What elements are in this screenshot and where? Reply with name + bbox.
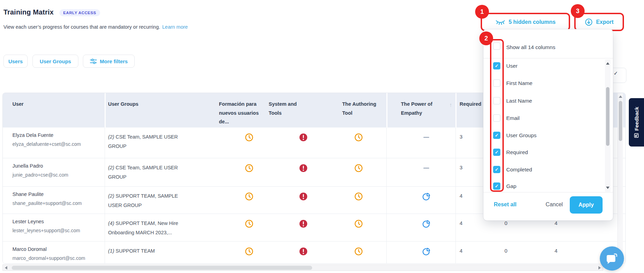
- course-status-cell[interactable]: [244, 246, 254, 256]
- user-name: Elyza Dela Fuente: [12, 132, 53, 138]
- export-label: Export: [596, 19, 614, 25]
- completed-value: 0: [504, 220, 507, 226]
- scroll-left-arrow-icon[interactable]: [5, 266, 7, 270]
- user-groups-cell: (4) SUPPORT TEAM, New Hire Onboarding MA…: [108, 219, 188, 237]
- user-name: Junella Padro: [12, 163, 43, 169]
- column-header-user-groups[interactable]: User Groups: [108, 100, 138, 109]
- overdue-clock-icon: [354, 247, 363, 256]
- overdue-clock-icon: [354, 133, 363, 142]
- course-status-cell[interactable]: [298, 246, 308, 256]
- filter-user-groups-button[interactable]: User Groups: [32, 55, 78, 68]
- completed-value: 0: [504, 248, 507, 254]
- course-status-cell[interactable]: [298, 219, 308, 228]
- column-menu-label: Completed: [506, 167, 532, 173]
- user-name: Marco Doromal: [12, 246, 47, 252]
- filter-users-button[interactable]: Users: [3, 55, 28, 68]
- annotation-callout-1: 1: [475, 5, 489, 19]
- table-horizontal-scrollbar[interactable]: [2, 264, 603, 271]
- overdue-clock-icon: [244, 247, 254, 256]
- table-vertical-scrollbar[interactable]: [617, 93, 623, 263]
- course-status-cell[interactable]: [244, 163, 254, 173]
- alert-status-icon: [299, 219, 308, 228]
- overdue-clock-icon: [244, 133, 254, 142]
- eye-closed-icon: [495, 19, 506, 25]
- user-groups-count: (2): [108, 193, 114, 199]
- alert-status-icon: [299, 192, 308, 201]
- course-status-cell[interactable]: [244, 132, 254, 142]
- course-status-cell[interactable]: [244, 219, 254, 228]
- more-filters-label: More filters: [100, 58, 128, 64]
- course-status-cell[interactable]: [421, 191, 431, 201]
- user-groups-count: (2): [108, 165, 114, 170]
- required-value: 3: [460, 134, 462, 140]
- apply-button[interactable]: Apply: [570, 196, 603, 214]
- course-status-cell[interactable]: [298, 191, 308, 201]
- header-divider: [455, 93, 456, 128]
- column-menu-label: User Groups: [506, 132, 537, 139]
- reset-all-button[interactable]: Reset all: [494, 201, 517, 208]
- gap-value: 4: [555, 248, 557, 254]
- overdue-clock-icon: [244, 192, 254, 201]
- cancel-button[interactable]: Cancel: [539, 201, 570, 208]
- course-status-cell[interactable]: [244, 191, 254, 201]
- panel-footer-separator: [483, 192, 613, 192]
- overdue-clock-icon: [354, 219, 363, 228]
- course-status-cell[interactable]: [354, 163, 363, 173]
- course-status-cell[interactable]: [298, 132, 308, 142]
- pencil-check-icon: ✓: [614, 70, 618, 76]
- course-status-cell[interactable]: [421, 132, 431, 142]
- alert-status-icon: [299, 133, 308, 142]
- hidden-columns-label: 5 hidden columns: [509, 19, 556, 25]
- column-header-course-authoring-tool[interactable]: The Authoring Tool: [342, 100, 385, 117]
- course-status-cell[interactable]: [421, 219, 431, 228]
- required-value: 4: [460, 220, 462, 226]
- horizontal-scroll-thumb[interactable]: [12, 266, 312, 270]
- sort-ascending-icon[interactable]: ↑: [449, 102, 452, 108]
- column-menu-label: First Name: [506, 80, 532, 86]
- training-matrix-page: Training Matrix EARLY ACCESS View each u…: [0, 0, 644, 273]
- list-scroll-up-icon[interactable]: [606, 62, 609, 65]
- overdue-clock-icon: [244, 219, 254, 228]
- course-status-cell[interactable]: [354, 132, 363, 142]
- alert-status-icon: [299, 247, 308, 256]
- feedback-tab[interactable]: Feedback: [629, 98, 644, 147]
- column-header-user[interactable]: User: [12, 100, 23, 109]
- list-scroll-thumb[interactable]: [606, 87, 609, 146]
- user-email: shane_paulite+support@sc.com: [12, 200, 82, 206]
- column-menu-label: User: [506, 63, 518, 69]
- column-header-course-power-empathy[interactable]: The Power of Empathy: [401, 100, 444, 117]
- course-status-cell[interactable]: [298, 163, 308, 173]
- hidden-columns-button[interactable]: 5 hidden columns: [481, 13, 570, 31]
- chat-launcher-button[interactable]: [600, 246, 624, 271]
- show-all-columns-label: Show all 14 columns: [506, 44, 555, 50]
- page-title: Training Matrix: [3, 8, 54, 16]
- column-menu-label: Email: [506, 115, 520, 121]
- feedback-label: Feedback: [634, 107, 640, 131]
- pie-progress-icon: [422, 192, 431, 201]
- table-row[interactable]: Marco Doromalmarco_doromal+support@sc.co…: [3, 241, 626, 264]
- required-value: 3: [460, 164, 462, 170]
- column-header-course-system-tools[interactable]: System and Tools: [269, 100, 310, 117]
- list-scroll-down-icon[interactable]: [606, 187, 609, 189]
- learn-more-link[interactable]: Learn more: [162, 24, 188, 30]
- download-icon: [585, 18, 593, 26]
- annotation-callout-3: 3: [571, 4, 585, 18]
- user-email: marco_doromal+support@sc.com: [12, 255, 85, 261]
- vertical-scroll-thumb[interactable]: [619, 101, 622, 141]
- feedback-launch-icon: [634, 133, 639, 138]
- course-status-cell[interactable]: [354, 191, 363, 201]
- column-header-course-formacion[interactable]: Formación para nuevos usuarios de...: [219, 100, 260, 126]
- column-list-scrollbar[interactable]: [605, 59, 611, 192]
- more-filters-button[interactable]: More filters: [83, 55, 135, 68]
- column-header-required[interactable]: Required: [460, 100, 481, 109]
- course-status-cell[interactable]: [354, 246, 363, 256]
- scroll-right-arrow-icon[interactable]: [598, 266, 601, 270]
- user-groups-count: (2): [108, 134, 114, 140]
- course-status-cell[interactable]: [421, 163, 431, 173]
- course-status-cell[interactable]: [421, 246, 431, 256]
- column-menu-label: Gap: [506, 183, 516, 189]
- user-email: junie_padro+cse@sc.com: [12, 172, 68, 178]
- scroll-up-arrow-icon[interactable]: [619, 95, 622, 98]
- course-status-cell[interactable]: [354, 219, 363, 228]
- gap-value: 4: [555, 220, 557, 226]
